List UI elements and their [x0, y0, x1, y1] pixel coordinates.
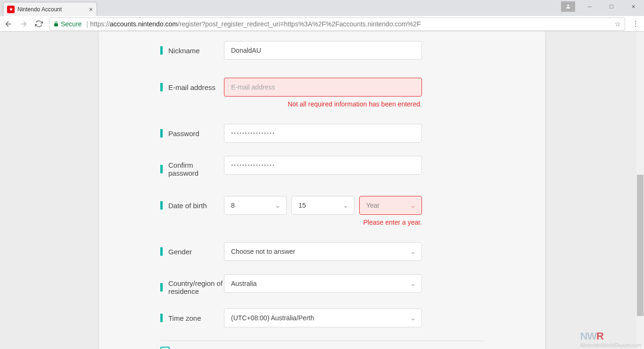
- window-minimize-icon[interactable]: ─: [579, 0, 601, 13]
- lock-icon: Secure: [53, 20, 82, 28]
- email-error-message: Not all required information has been en…: [224, 100, 422, 108]
- address-bar: Secure | https://accounts.nintendo.com/r…: [0, 16, 644, 32]
- scrollbar-thumb[interactable]: [637, 175, 644, 316]
- favicon-icon: ★: [7, 6, 15, 13]
- browser-chrome: ★ Nintendo Account × ─ ☐ ✕ Secure | http…: [0, 0, 644, 32]
- gender-select[interactable]: Choose not to answer⌄: [224, 242, 422, 261]
- password-label: Password: [168, 130, 199, 138]
- dob-day-select[interactable]: 15⌄: [291, 196, 354, 215]
- window-controls: ─ ☐ ✕: [561, 0, 644, 13]
- back-button[interactable]: [4, 19, 13, 29]
- browser-tab[interactable]: ★ Nintendo Account ×: [3, 2, 97, 16]
- dob-label: Date of birth: [168, 202, 207, 210]
- scrollbar-track[interactable]: [636, 32, 644, 349]
- gender-label: Gender: [168, 248, 192, 256]
- country-label: Country/region of residence: [168, 279, 224, 295]
- viewport: Nickname E-mail address Not all required…: [0, 32, 644, 349]
- chevron-down-icon: ⌄: [410, 314, 416, 322]
- registration-form: Nickname E-mail address Not all required…: [99, 32, 545, 349]
- user-avatar-icon[interactable]: [561, 1, 575, 12]
- confirm-password-input[interactable]: ••••••••••••••••: [224, 156, 422, 175]
- tab-title: Nintendo Account: [17, 6, 62, 13]
- terms-checkbox[interactable]: ✔: [160, 347, 170, 349]
- tab-close-icon[interactable]: ×: [89, 6, 93, 13]
- url-text: https://accounts.nintendo.com/register?p…: [90, 20, 421, 28]
- bookmark-star-icon[interactable]: ☆: [615, 20, 621, 28]
- url-input[interactable]: Secure | https://accounts.nintendo.com/r…: [49, 17, 625, 31]
- confirm-password-label: Confirm password: [168, 161, 224, 177]
- required-indicator: [160, 46, 163, 55]
- dob-error-message: Please enter a year.: [224, 219, 422, 226]
- browser-menu-icon[interactable]: ⋮: [631, 19, 640, 28]
- nickname-input[interactable]: [224, 41, 422, 60]
- password-input[interactable]: ••••••••••••••••: [224, 124, 422, 143]
- window-maximize-icon[interactable]: ☐: [601, 0, 622, 13]
- dob-year-select[interactable]: Year⌄: [359, 196, 422, 215]
- terms-row: ✔ I agree to the Nintendo Account User A…: [99, 347, 545, 349]
- tab-bar: ★ Nintendo Account × ─ ☐ ✕: [0, 0, 644, 16]
- divider: [160, 341, 484, 341]
- email-label: E-mail address: [168, 83, 215, 91]
- chevron-down-icon: ⌄: [410, 202, 416, 209]
- chevron-down-icon: ⌄: [410, 280, 416, 287]
- nickname-label: Nickname: [168, 47, 200, 55]
- reload-button[interactable]: [34, 19, 43, 29]
- secure-label: Secure: [61, 20, 82, 28]
- timezone-select[interactable]: (UTC+08:00) Australia/Perth⌄: [224, 308, 422, 327]
- chevron-down-icon: ⌄: [410, 248, 416, 255]
- window-close-icon[interactable]: ✕: [622, 0, 644, 13]
- dob-month-select[interactable]: 8⌄: [224, 196, 287, 215]
- chevron-down-icon: ⌄: [343, 202, 348, 209]
- email-input[interactable]: [224, 78, 422, 97]
- forward-button[interactable]: [19, 19, 28, 29]
- country-select[interactable]: Australia⌄: [224, 274, 422, 293]
- watermark: NWR NintendoWorldReport.com: [580, 330, 641, 348]
- timezone-label: Time zone: [168, 314, 201, 322]
- chevron-down-icon: ⌄: [275, 202, 281, 209]
